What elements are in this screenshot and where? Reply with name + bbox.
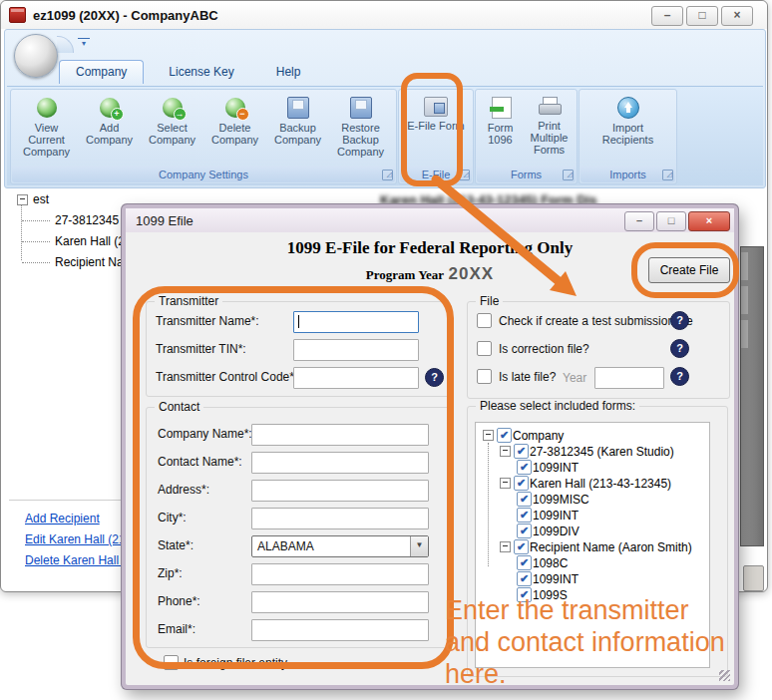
form-tree-item[interactable]: 1099DIV [533, 525, 579, 538]
dialog-maximize-button[interactable]: □ [656, 211, 686, 231]
form-tree-item[interactable]: Company [513, 429, 564, 443]
tab-help[interactable]: Help [259, 60, 318, 84]
tree-item[interactable]: 27-3812345 (K [55, 213, 134, 227]
form-1096-button[interactable]: Form 1096 [478, 94, 524, 166]
add-company-button[interactable]: + Add Company [78, 94, 141, 166]
year-input[interactable] [594, 367, 664, 389]
screenshot-root: ez1099 (20XX) - CompanyABC – □ × ▾ Compa… [0, 0, 772, 700]
tree-expander-icon[interactable] [500, 446, 511, 457]
transmitter-field-input[interactable] [293, 339, 419, 361]
background-panel-segment [741, 286, 748, 314]
tab-license-key[interactable]: License Key [152, 60, 250, 84]
form-tree-checkbox[interactable]: ✔ [517, 508, 532, 523]
transmitter-field-input[interactable] [293, 367, 419, 389]
file-option-checkbox[interactable] [477, 341, 492, 356]
year-label: Year [563, 371, 586, 385]
foreign-filer-checkbox[interactable] [164, 655, 179, 670]
field-label: Zip*: [158, 566, 183, 580]
form-tree-checkbox[interactable]: ✔ [517, 524, 532, 538]
form-tree-item[interactable]: Karen Hall (213-43-12345) [530, 477, 671, 491]
globe-select-icon: → [162, 97, 184, 119]
contact-field-input[interactable] [251, 563, 429, 585]
contact-field-input[interactable] [251, 452, 429, 474]
form-tree-checkbox[interactable]: ✔ [517, 492, 532, 507]
action-link[interactable]: Add Recipient [25, 512, 100, 525]
form-tree-item[interactable]: Recipient Name (Aaron Smith) [530, 540, 692, 554]
quick-access-dropdown-icon[interactable]: ▾ [78, 38, 90, 48]
form-tree-checkbox[interactable]: ✔ [514, 539, 529, 554]
tree-expander-icon[interactable] [17, 194, 28, 205]
delete-company-button[interactable]: − Delete Company [203, 94, 266, 166]
dialog-close-button[interactable]: × [688, 211, 730, 231]
group-company-settings: View Current Company + Add Company → Sel… [10, 89, 397, 184]
backup-company-button[interactable]: Backup Company [266, 94, 329, 166]
tree-root[interactable]: est [33, 192, 49, 206]
tree-expander-icon[interactable] [500, 541, 511, 552]
dialog-launcher-icon[interactable]: ◿ [563, 170, 574, 180]
dialog-launcher-icon[interactable]: ◿ [382, 170, 393, 180]
form-tree-checkbox[interactable]: ✔ [517, 571, 532, 586]
restore-backup-company-button[interactable]: Restore Backup Company [329, 94, 392, 166]
file-option-checkbox[interactable] [477, 313, 492, 328]
help-icon[interactable]: ? [670, 367, 689, 386]
field-label: Email*: [158, 622, 195, 636]
floppy-icon [287, 97, 309, 119]
form-tree-item[interactable]: 27-3812345 (Karen Studio) [530, 445, 674, 459]
ribbon-body: View Current Company + Add Company → Sel… [7, 86, 763, 185]
create-file-button[interactable]: Create File [648, 257, 730, 283]
tab-company[interactable]: Company [59, 60, 144, 84]
transmitter-field-input[interactable] [293, 311, 419, 333]
contact-field-input[interactable] [251, 508, 429, 529]
dialog-minimize-button[interactable]: – [624, 211, 654, 231]
group-efile: E-File Form E-File ◿ [398, 89, 474, 184]
form-tree-checkbox[interactable]: ✔ [514, 444, 529, 459]
view-current-company-button[interactable]: View Current Company [15, 94, 78, 166]
contact-field-input[interactable] [251, 424, 429, 446]
form-tree-item[interactable]: 1099INT [533, 461, 579, 475]
form-tree-item[interactable]: 1099MISC [533, 493, 589, 507]
tree-item[interactable]: Recipient Nam [55, 255, 134, 269]
group-caption-imports: Imports [580, 167, 675, 182]
contact-field-input[interactable] [251, 480, 429, 502]
tree-expander-icon[interactable] [500, 478, 511, 489]
app-icon [9, 7, 26, 23]
minimize-button[interactable]: – [651, 6, 683, 26]
state-select[interactable]: ALABAMA▼ [251, 535, 429, 557]
efile-form-button[interactable]: E-File Form [405, 94, 468, 166]
form-tree-checkbox[interactable]: ✔ [517, 555, 532, 570]
field-label: City*: [158, 511, 187, 525]
form-tree-item[interactable]: 1099INT [533, 572, 579, 586]
contact-field-input[interactable] [251, 619, 429, 641]
form-tree-checkbox[interactable]: ✔ [514, 476, 529, 491]
action-link[interactable]: Edit Karen Hall (213- [25, 532, 136, 546]
help-icon[interactable]: ? [670, 339, 689, 358]
form-tree-checkbox[interactable]: ✔ [497, 428, 512, 443]
form-tree-checkbox[interactable]: ✔ [517, 460, 532, 475]
help-icon[interactable]: ? [425, 368, 444, 387]
dialog-launcher-icon[interactable]: ◿ [459, 170, 470, 180]
forms-legend: Please select included forms: [476, 399, 639, 413]
print-multiple-forms-button[interactable]: Print Multiple Forms [524, 94, 576, 166]
tree-item[interactable]: Karen Hall (21 [55, 234, 132, 248]
window-controls: – □ × [651, 6, 753, 26]
floppy-icon [350, 97, 372, 119]
select-company-button[interactable]: → Select Company [141, 94, 203, 166]
tree-expander-icon[interactable] [483, 430, 494, 441]
file-option-checkbox[interactable] [477, 369, 492, 384]
help-icon[interactable]: ? [670, 311, 689, 330]
form-tree-item[interactable]: 1098C [533, 556, 568, 570]
close-button[interactable]: × [721, 6, 753, 26]
transmitter-legend: Transmitter [155, 294, 222, 308]
action-link[interactable]: Delete Karen Hall (2 [25, 553, 133, 567]
dialog-launcher-icon[interactable]: ◿ [662, 170, 673, 180]
form-tree-item[interactable]: 1099INT [533, 509, 579, 523]
contact-field-input[interactable] [251, 591, 429, 613]
orb-decoration [57, 36, 74, 53]
maximize-button[interactable]: □ [686, 6, 718, 26]
field-label: Address*: [158, 483, 209, 497]
import-recipients-button[interactable]: Import Recipients [593, 94, 663, 166]
background-panel-segment [741, 252, 748, 280]
app-menu-orb-button[interactable] [14, 34, 58, 78]
efile-icon [424, 97, 448, 117]
window-title: ez1099 (20XX) - CompanyABC [33, 8, 218, 23]
